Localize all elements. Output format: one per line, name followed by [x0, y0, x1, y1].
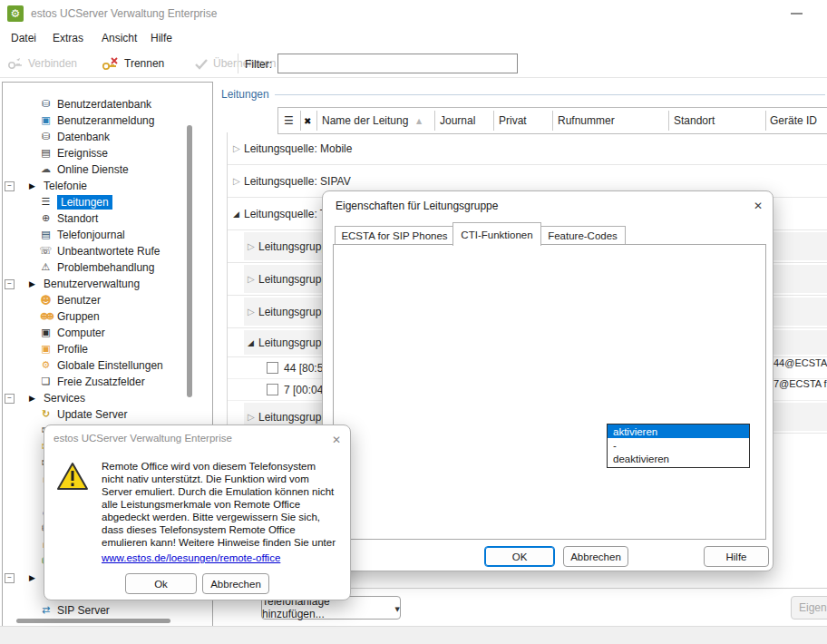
eigenschaften-button[interactable]: Eigens [791, 596, 827, 620]
tab-ecsta-for-sip-phones[interactable]: ECSTA for SIP Phones [335, 226, 454, 246]
collapse-box-icon[interactable] [5, 279, 15, 289]
tab-page [333, 244, 766, 540]
user-database-icon [39, 97, 53, 112]
sidebar-item-telefonie[interactable]: Telefonie [3, 178, 184, 194]
sidebar-item-ereignisse[interactable]: Ereignisse [3, 145, 184, 161]
sidebar-item-online-dienste[interactable]: Online Dienste [3, 161, 184, 178]
column-name-der-leitung[interactable]: Name der Leitung [322, 108, 408, 133]
sidebar-item-unbeantwortete-rufe[interactable]: Unbeantwortete Rufe [3, 243, 184, 259]
chevron-right-icon[interactable] [248, 307, 258, 317]
filter-label: Filter: [245, 58, 272, 71]
option-dash[interactable]: - [608, 438, 749, 452]
column-standort[interactable]: Standort [674, 108, 715, 133]
column-journal[interactable]: Journal [440, 108, 475, 133]
warning-ok-button[interactable]: Ok [125, 573, 197, 594]
column-rufnummer[interactable]: Rufnummer [558, 108, 615, 133]
menu-hilfe[interactable]: Hilfe [151, 32, 172, 44]
close-icon[interactable] [329, 433, 344, 447]
warning-triangle-icon [56, 462, 89, 491]
sidebar-item-benutzerverwaltung[interactable]: Benutzerverwaltung [3, 276, 184, 292]
computer-icon [39, 326, 53, 340]
sidebar-item-services[interactable]: Services [3, 390, 184, 406]
tab-cti-funktionen[interactable]: CTI-Funktionen [452, 222, 541, 246]
collapse-box-icon[interactable] [5, 573, 15, 583]
chevron-right-icon[interactable] [248, 241, 258, 251]
hilfe-button[interactable]: Hilfe [704, 546, 769, 567]
chevron-right-icon[interactable] [248, 274, 258, 284]
sidebar-item-problembehandlung[interactable]: Problembehandlung [3, 259, 184, 276]
lines-filter-icon[interactable] [284, 108, 294, 133]
chevron-right-icon[interactable] [233, 143, 244, 153]
ok-button[interactable]: OK [484, 546, 555, 567]
database-icon [39, 130, 53, 144]
option-aktivieren[interactable]: aktivieren [608, 424, 749, 438]
sidebar-item-benutzer[interactable]: Benutzer [3, 292, 184, 308]
collapse-box-icon[interactable] [5, 181, 15, 191]
header-separator [765, 111, 766, 131]
wrench-icon [39, 358, 53, 373]
sidebar-item-benutzeranmeldung[interactable]: Benutzeranmeldung [3, 112, 184, 129]
verbinden-label: Verbinden [28, 57, 77, 70]
sidebar-item-datenbank[interactable]: Datenbank [3, 129, 184, 145]
option-deaktivieren[interactable]: deaktivieren [608, 452, 749, 465]
sidebar-item-standort[interactable]: Standort [3, 210, 184, 227]
sidebar-item-update-server[interactable]: Update Server [3, 406, 184, 423]
properties-dialog: Eigenschaften für Leitungsgruppe ECSTA f… [322, 190, 773, 571]
menu-extras[interactable]: Extras [53, 32, 83, 44]
close-icon[interactable] [751, 199, 765, 213]
header-separator [493, 111, 494, 131]
journal-icon [39, 228, 53, 242]
sidebar-item-freie-zusatzfelder[interactable]: Freie Zusatzfelder [3, 374, 184, 390]
sidebar-item-sip-server[interactable]: SIP Server [3, 602, 184, 619]
menu-datei[interactable]: Datei [11, 32, 36, 44]
minimize-button[interactable] [791, 13, 803, 15]
table-row-leitungsquelle-mobile[interactable]: Leitungsquelle: Mobile [228, 132, 827, 165]
line-checkbox[interactable] [267, 362, 278, 374]
tab-feature-codes[interactable]: Feature-Codes [540, 226, 626, 246]
verbinden-button[interactable]: Verbinden [7, 54, 77, 73]
warning-icon [39, 260, 53, 275]
toolbar-separator [238, 54, 238, 73]
menu-bar: Datei Extras Ansicht Hilfe [0, 27, 827, 51]
sip-server-icon [39, 603, 53, 618]
header-separator [300, 111, 301, 131]
app-window: ⚙ estos UCServer Verwaltung Enterprise D… [0, 0, 827, 644]
sidebar-horizontal-scrollbar[interactable] [16, 619, 170, 623]
sidebar-item-telefonjournal[interactable]: Telefonjournal [3, 227, 184, 243]
globe-icon [39, 211, 53, 226]
column-geraete-id[interactable]: Geräte ID [770, 108, 817, 133]
header-separator [668, 111, 669, 131]
chevron-right-icon[interactable] [233, 176, 244, 186]
dropdown-popup: aktivieren - deaktivieren [607, 424, 750, 468]
toolbar: Verbinden Trennen Übernehmen Filter: [0, 51, 827, 78]
column-privat[interactable]: Privat [499, 108, 527, 133]
sidebar-item-gruppen[interactable]: Gruppen [3, 308, 184, 325]
chevron-expanded-icon[interactable] [233, 210, 244, 219]
sidebar-vertical-scrollbar[interactable] [187, 125, 192, 397]
sidebar-item-profile[interactable]: Profile [3, 341, 184, 357]
group-rule [272, 94, 825, 95]
trennen-label: Trennen [124, 57, 164, 70]
collapse-box-icon[interactable] [5, 394, 15, 404]
filter-input[interactable] [277, 54, 518, 73]
sidebar-item-computer[interactable]: Computer [3, 325, 184, 341]
menu-ansicht[interactable]: Ansicht [102, 32, 137, 44]
line-checkbox[interactable] [267, 384, 278, 395]
sidebar-item-globale-einstellungen[interactable]: Globale Einstellungen [3, 357, 184, 374]
trennen-button[interactable]: Trennen [102, 54, 164, 73]
sidebar-item-leitungen[interactable]: Leitungen [3, 194, 184, 210]
remote-office-link[interactable]: www.estos.de/loesungen/remote-office [102, 552, 280, 563]
geraete-id-cell: 44@ECSTA [773, 357, 827, 368]
chevron-right-icon[interactable] [248, 412, 258, 422]
abbrechen-button[interactable]: Abbrechen [563, 546, 628, 567]
users-icon [39, 309, 53, 324]
clear-x-icon[interactable] [304, 108, 311, 133]
sidebar-item-benutzerdatenbank[interactable]: Benutzerdatenbank [3, 96, 184, 112]
cloud-icon [39, 162, 53, 177]
app-gear-icon: ⚙ [7, 5, 24, 22]
chevron-expanded-icon[interactable] [248, 338, 258, 347]
warning-abbrechen-button[interactable]: Abbrechen [202, 573, 269, 594]
warning-dialog-title: estos UCServer Verwaltung Enterprise [54, 433, 232, 444]
lines-icon [39, 195, 53, 210]
expanded-arrow-icon [29, 181, 40, 190]
